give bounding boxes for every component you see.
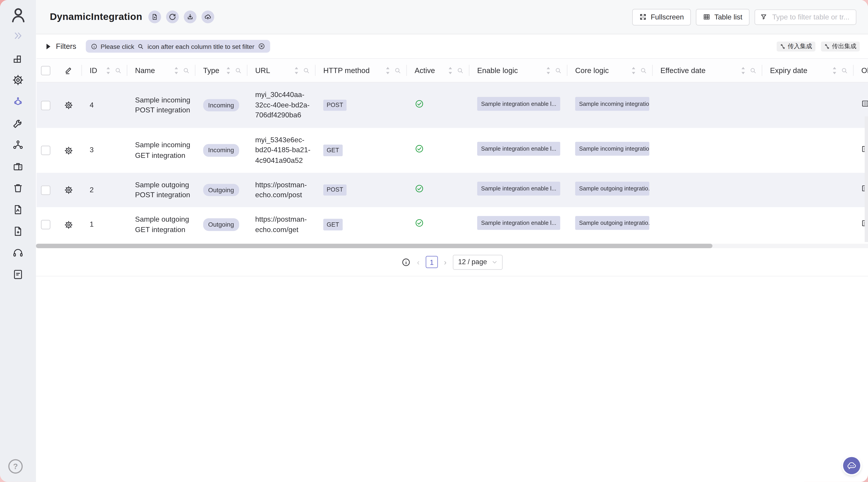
sidebar-item-robot-active[interactable] (7, 91, 29, 113)
download-button[interactable] (184, 11, 196, 23)
table-filter-input[interactable] (771, 12, 851, 22)
sort-carets-icon[interactable] (448, 66, 453, 74)
row-checkbox[interactable] (41, 185, 51, 195)
sidebar-item-notes[interactable] (7, 264, 29, 285)
sidebar-item-integrations[interactable] (7, 134, 29, 156)
sort-carets-icon[interactable] (546, 66, 551, 74)
row-checkbox-cell (37, 100, 55, 110)
cell-observers (854, 100, 868, 111)
http-method-badge: POST (323, 99, 346, 111)
row-checkbox[interactable] (41, 146, 51, 155)
sort-carets-icon[interactable] (174, 66, 179, 74)
core-logic-tag: Sample incoming integratio... (575, 97, 649, 111)
table-header-row: ID Name Type URL HTTP method Active Enab… (37, 58, 868, 83)
sort-carets-icon[interactable] (226, 66, 231, 74)
header-observers: Ob (854, 59, 868, 82)
row-settings-gear-icon[interactable] (64, 220, 73, 229)
row-checkbox[interactable] (41, 100, 51, 110)
table-row[interactable]: 3 Sample incoming GET integration Incomi… (37, 128, 868, 173)
cell-core-logic: Sample outgoing integratio... (567, 182, 653, 199)
page-size-select[interactable]: 12 / page (453, 254, 502, 269)
column-search-icon[interactable] (115, 67, 122, 74)
sidebar-item-file-add[interactable] (7, 220, 29, 242)
sort-carets-icon[interactable] (832, 66, 837, 74)
cell-active (407, 218, 469, 231)
sidebar-item-support[interactable] (7, 242, 29, 264)
upload-button[interactable] (202, 11, 214, 23)
sidebar-item-pdf[interactable] (7, 199, 29, 220)
chevron-down-icon (492, 260, 497, 264)
row-settings-gear-icon[interactable] (64, 185, 73, 194)
column-search-icon[interactable] (841, 67, 848, 74)
sidebar: ? (0, 0, 36, 482)
row-checkbox[interactable] (41, 220, 51, 229)
sidebar-item-modules[interactable] (7, 48, 29, 69)
cell-http-method: GET (315, 219, 407, 230)
empty-content-area (36, 276, 868, 482)
vertical-scrollbar[interactable] (865, 116, 868, 242)
page-size-label: 12 / page (458, 258, 487, 266)
column-search-icon[interactable] (303, 67, 310, 74)
user-avatar-icon[interactable] (9, 6, 27, 24)
info-icon (91, 43, 97, 50)
horizontal-scrollbar-thumb[interactable] (36, 244, 712, 248)
sidebar-item-trash[interactable] (7, 177, 29, 199)
column-search-icon[interactable] (749, 67, 757, 74)
filters-collapse-caret[interactable] (46, 43, 51, 49)
outgoing-integration-button[interactable]: 传出集成 (821, 41, 860, 51)
column-search-icon[interactable] (183, 67, 190, 74)
cell-type: Outgoing (195, 218, 247, 231)
header-http-method: HTTP method (315, 59, 407, 82)
search-icon (137, 43, 144, 50)
http-method-badge: GET (323, 219, 342, 230)
incoming-integration-button[interactable]: 传入集成 (777, 41, 815, 51)
sidebar-item-settings[interactable] (7, 69, 29, 91)
sidebar-item-tools[interactable] (7, 113, 29, 134)
row-settings-cell (55, 220, 82, 229)
pagination-info-icon[interactable] (401, 258, 411, 267)
select-all-checkbox[interactable] (41, 66, 51, 75)
hint-close-icon[interactable] (258, 43, 265, 50)
table-row[interactable]: 2 Sample outgoing POST integration Outgo… (37, 173, 868, 207)
table-row[interactable]: 1 Sample outgoing GET integration Outgoi… (37, 207, 868, 242)
row-detail-grid-icon[interactable] (862, 100, 868, 108)
fullscreen-button[interactable]: Fullscreen (632, 8, 691, 25)
help-question-icon[interactable]: ? (8, 459, 23, 474)
column-search-icon[interactable] (235, 67, 242, 74)
header-url: URL (248, 59, 315, 82)
sort-carets-icon[interactable] (106, 66, 111, 74)
row-settings-gear-icon[interactable] (64, 146, 73, 155)
column-search-icon[interactable] (457, 67, 464, 74)
row-settings-gear-icon[interactable] (64, 101, 73, 110)
sort-carets-icon[interactable] (294, 66, 299, 74)
column-search-icon[interactable] (555, 67, 562, 74)
cell-http-method: POST (315, 184, 407, 195)
table-list-button[interactable]: Table list (696, 8, 749, 25)
refresh-button[interactable] (166, 11, 179, 23)
horizontal-scrollbar-track (36, 244, 868, 248)
cell-type: Incoming (195, 99, 247, 112)
sort-carets-icon[interactable] (631, 66, 636, 74)
column-search-icon[interactable] (394, 67, 401, 74)
cell-enable-logic: Sample integration enable l... (469, 182, 567, 199)
sort-carets-icon[interactable] (741, 66, 746, 74)
sidebar-item-organization[interactable] (7, 156, 29, 177)
column-search-icon[interactable] (640, 67, 647, 74)
enable-logic-tag: Sample integration enable l... (477, 97, 560, 111)
table-row[interactable]: 4 Sample incoming POST integration Incom… (37, 83, 868, 128)
sort-carets-icon[interactable] (385, 66, 390, 74)
cell-active (407, 144, 469, 156)
new-record-button[interactable] (148, 11, 161, 23)
core-logic-tag: Sample outgoing integratio... (575, 182, 649, 195)
table-list-label: Table list (714, 13, 742, 21)
next-page-button[interactable]: › (444, 258, 446, 266)
page-number-button[interactable]: 1 (426, 256, 438, 268)
cell-name: Sample incoming GET integration (127, 140, 195, 160)
cell-enable-logic: Sample integration enable l... (469, 97, 567, 114)
sidebar-nav (7, 48, 29, 285)
chat-assistant-button[interactable] (843, 457, 860, 474)
integration-table: ID Name Type URL HTTP method Active Enab… (36, 58, 868, 242)
sidebar-expand-chevrons-icon[interactable] (13, 31, 23, 40)
wrench-tools-icon (12, 117, 24, 129)
prev-page-button[interactable]: ‹ (417, 258, 420, 266)
